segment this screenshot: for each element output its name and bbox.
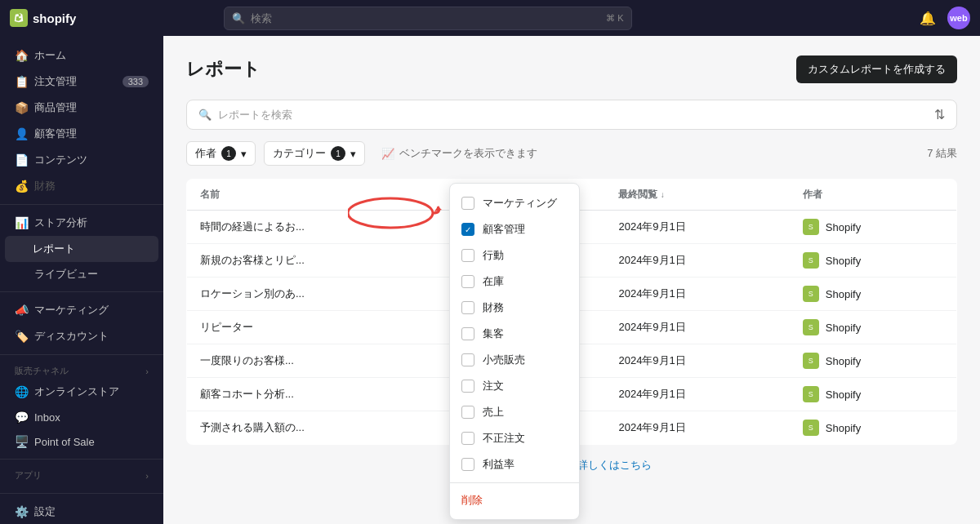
sidebar-item-orders[interactable]: 📋 注文管理 333 xyxy=(5,69,158,95)
checkbox-orders[interactable] xyxy=(461,380,474,393)
sidebar: 🏠 ホーム 📋 注文管理 333 📦 商品管理 👤 顧客管理 📄 コンテンツ 💰… xyxy=(0,36,163,524)
inbox-icon: 💬 xyxy=(15,411,28,424)
checkbox-audience[interactable] xyxy=(461,327,474,340)
dropdown-label-behavior: 行動 xyxy=(483,248,504,263)
cell-author: SShopify xyxy=(790,244,957,278)
orders-badge: 333 xyxy=(122,76,149,87)
dropdown-label-profit: 利益率 xyxy=(483,457,514,472)
sidebar-item-live-view[interactable]: ライブビュー xyxy=(5,262,158,286)
sidebar-item-label: ホーム xyxy=(34,48,66,63)
sidebar-item-label: ライブビュー xyxy=(34,268,98,280)
dropdown-item-finance[interactable]: 財務 xyxy=(450,295,579,321)
shopify-logo-icon xyxy=(10,9,28,27)
chevron-right-icon[interactable]: › xyxy=(145,471,149,481)
chevron-right-icon[interactable]: › xyxy=(145,366,149,376)
search-icon: 🔍 xyxy=(232,12,245,24)
pos-icon: 🖥️ xyxy=(15,435,28,448)
col-name: 名前 xyxy=(187,180,445,211)
checkbox-profit[interactable] xyxy=(461,458,474,471)
benchmark-hint: 📈 ベンチマークを表示できます xyxy=(381,146,537,161)
search-shortcut: ⌘ K xyxy=(606,13,623,24)
sidebar-item-label: ストア分析 xyxy=(34,215,87,230)
dropdown-label-finance: 財務 xyxy=(483,300,504,315)
col-author: 作者 xyxy=(790,180,957,211)
sidebar-item-label: Inbox xyxy=(34,411,60,424)
sidebar-item-home[interactable]: 🏠 ホーム xyxy=(5,42,158,69)
cell-name: ロケーション別のあ... xyxy=(187,278,445,311)
cell-name: リピーター xyxy=(187,311,445,344)
sidebar-item-inbox[interactable]: 💬 Inbox xyxy=(5,405,158,429)
sidebar-item-discounts[interactable]: 🏷️ ディスカウント xyxy=(5,323,158,349)
cell-last-viewed: 2024年9月1日 xyxy=(605,211,789,244)
checkbox-customer-mgmt[interactable]: ✓ xyxy=(461,223,474,236)
category-filter-button[interactable]: カテゴリー 1 ▾ xyxy=(264,141,365,166)
sidebar-item-label: 注文管理 xyxy=(34,74,77,89)
home-icon: 🏠 xyxy=(15,49,28,62)
page-title: レポート xyxy=(186,57,261,82)
reports-search-bar: 🔍 ⇅ xyxy=(186,100,957,130)
author-filter-count: 1 xyxy=(221,146,236,161)
notifications-icon[interactable]: 🔔 xyxy=(916,7,939,29)
dropdown-item-marketing[interactable]: マーケティング xyxy=(450,190,579,216)
results-count: 7 結果 xyxy=(927,146,957,161)
checkbox-finance[interactable] xyxy=(461,301,474,314)
sidebar-item-reports[interactable]: レポート xyxy=(5,236,158,262)
dropdown-delete-button[interactable]: 削除 xyxy=(450,488,579,513)
cell-last-viewed: 2024年9月1日 xyxy=(605,311,789,344)
global-search-input[interactable] xyxy=(224,7,632,30)
sort-down-icon: ↓ xyxy=(661,190,665,199)
checkbox-behavior[interactable] xyxy=(461,249,474,262)
dropdown-item-sales[interactable]: 売上 xyxy=(450,399,579,425)
dropdown-item-behavior[interactable]: 行動 xyxy=(450,242,579,269)
sidebar-item-finance[interactable]: 💰 財務 xyxy=(5,173,158,199)
cell-author: SShopify xyxy=(790,278,957,311)
sidebar-item-store-analytics[interactable]: 📊 ストア分析 xyxy=(5,210,158,236)
checkbox-sales[interactable] xyxy=(461,406,474,419)
sidebar-item-products[interactable]: 📦 商品管理 xyxy=(5,95,158,121)
main-content: レポート カスタムレポートを作成する 🔍 ⇅ 作者 1 ▾ カテゴリー 1 ▾ … xyxy=(163,36,980,524)
dropdown-item-orders[interactable]: 注文 xyxy=(450,373,579,399)
sidebar-item-label: ディスカウント xyxy=(34,329,109,344)
filters-row: 作者 1 ▾ カテゴリー 1 ▾ 📈 ベンチマークを表示できます 7 結果 xyxy=(186,141,957,166)
sidebar-item-online-store[interactable]: 🌐 オンラインストア xyxy=(5,379,158,405)
col-last-viewed[interactable]: 最終閲覧 ↓ xyxy=(605,180,789,211)
checkbox-inventory[interactable] xyxy=(461,275,474,288)
sidebar-item-content[interactable]: 📄 コンテンツ xyxy=(5,147,158,173)
category-filter-label: カテゴリー xyxy=(273,146,326,161)
avatar[interactable]: web xyxy=(947,7,970,29)
sidebar-item-customers[interactable]: 👤 顧客管理 xyxy=(5,121,158,147)
checkbox-marketing[interactable] xyxy=(461,197,474,210)
author-filter-button[interactable]: 作者 1 ▾ xyxy=(186,141,256,166)
create-report-button[interactable]: カスタムレポートを作成する xyxy=(796,56,957,83)
sort-icon[interactable]: ⇅ xyxy=(934,107,945,122)
analytics-icon: 📊 xyxy=(15,216,28,229)
dropdown-item-customer-mgmt[interactable]: ✓ 顧客管理 xyxy=(450,216,579,242)
cell-author: SShopify xyxy=(790,211,957,244)
sidebar-section-sales-channels: 販売チャネル › xyxy=(5,360,158,379)
sidebar-item-marketing[interactable]: 📣 マーケティング xyxy=(5,297,158,323)
sidebar-item-settings[interactable]: ⚙️ 設定 xyxy=(5,499,158,524)
cell-name: 一度限りのお客様... xyxy=(187,344,445,378)
dropdown-item-audience[interactable]: 集客 xyxy=(450,321,579,347)
dropdown-item-fraud[interactable]: 不正注文 xyxy=(450,425,579,451)
dropdown-item-profit[interactable]: 利益率 xyxy=(450,451,579,477)
logo[interactable]: shopify xyxy=(10,9,76,27)
dropdown-item-inventory[interactable]: 在庫 xyxy=(450,269,579,295)
sidebar-section-apps: アプリ › xyxy=(5,464,158,483)
cell-last-viewed: 2024年9月1日 xyxy=(605,344,789,378)
marketing-icon: 📣 xyxy=(15,304,28,317)
cell-name: 新規のお客様とリピ... xyxy=(187,244,445,278)
reports-search-input[interactable] xyxy=(218,109,928,121)
cell-name: 予測される購入額の... xyxy=(187,411,445,445)
orders-icon: 📋 xyxy=(15,75,28,88)
logo-text: shopify xyxy=(33,11,76,25)
global-search: 🔍 ⌘ K xyxy=(224,7,632,30)
dropdown-label-fraud: 不正注文 xyxy=(483,431,525,446)
dropdown-item-retail[interactable]: 小売販売 xyxy=(450,347,579,373)
sidebar-item-pos[interactable]: 🖥️ Point of Sale xyxy=(5,429,158,454)
checkbox-retail[interactable] xyxy=(461,353,474,366)
sidebar-item-label: 設定 xyxy=(34,504,56,519)
topbar: shopify 🔍 ⌘ K 🔔 web xyxy=(0,0,980,36)
checkbox-fraud[interactable] xyxy=(461,432,474,445)
dropdown-label-sales: 売上 xyxy=(483,405,504,420)
